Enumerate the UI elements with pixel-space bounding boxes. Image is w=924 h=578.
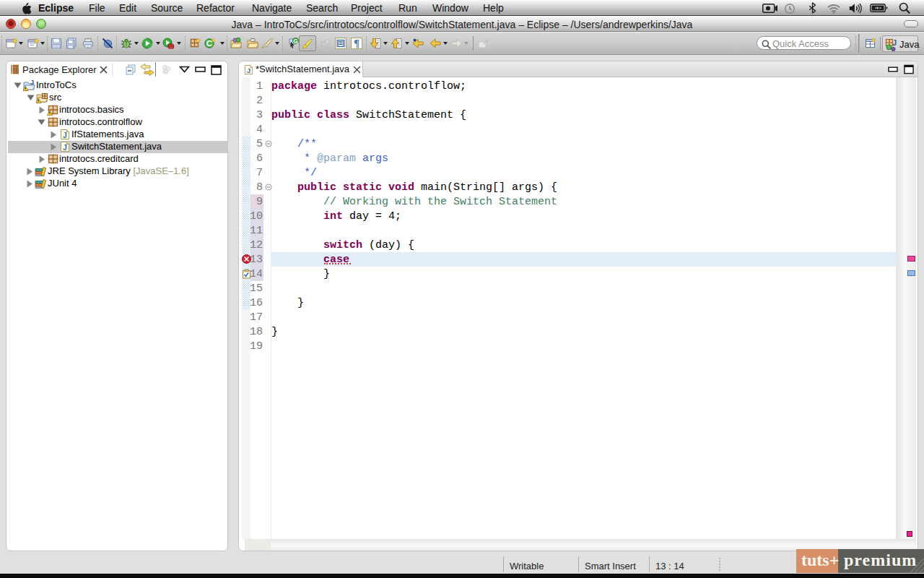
svg-text:J: J [247, 66, 250, 74]
svg-text:J: J [30, 79, 34, 86]
svg-text:G: G [293, 38, 298, 45]
svg-text:J: J [893, 39, 897, 47]
svg-text:J: J [63, 131, 67, 139]
svg-text:J: J [63, 143, 67, 152]
svg-text:C: C [206, 39, 212, 48]
